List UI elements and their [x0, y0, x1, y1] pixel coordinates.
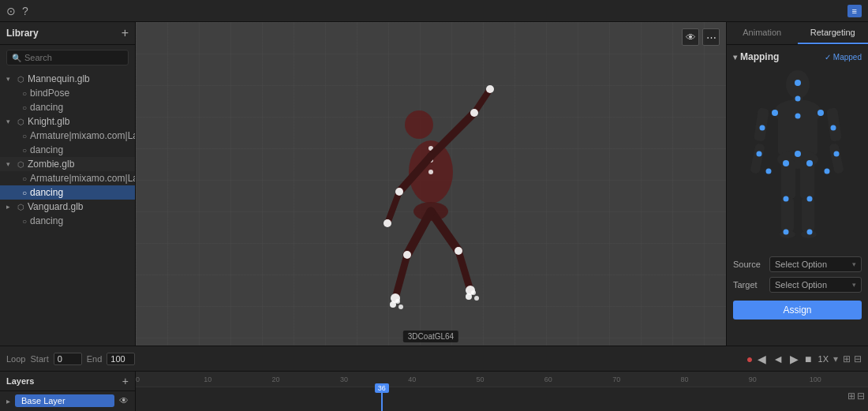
list-item[interactable]: ○ dancing: [0, 214, 135, 228]
tick-90: 90: [749, 376, 757, 383]
svg-point-4: [428, 170, 433, 174]
list-item-active[interactable]: ○ dancing: [0, 185, 135, 200]
svg-point-60: [765, 169, 771, 174]
file-icon: ⬡: [17, 160, 24, 169]
rewind-button[interactable]: ◀: [756, 351, 768, 367]
start-label: Start: [30, 354, 48, 364]
file-icon: ⬡: [17, 75, 24, 84]
svg-point-44: [795, 80, 801, 86]
svg-point-12: [383, 219, 391, 227]
tree-group-knight[interactable]: ▾ ⬡ Knight.glb: [0, 114, 135, 129]
chevron-right-icon: ▸: [6, 203, 14, 211]
target-dropdown[interactable]: Select Option ▾: [769, 277, 862, 293]
source-value: Select Option: [775, 260, 827, 269]
track-settings-icon[interactable]: ⊞: [847, 390, 855, 402]
timeline-icons: ⊞ ⊟: [843, 353, 862, 364]
chevron-down-icon: ▾: [6, 75, 14, 83]
track-add-icon[interactable]: ⊟: [857, 390, 865, 402]
tree-group-mannequin[interactable]: ▾ ⬡ Mannequin.glb: [0, 72, 135, 86]
tick-10: 10: [204, 376, 211, 383]
svg-point-27: [395, 299, 400, 304]
svg-point-26: [390, 301, 396, 308]
record-button[interactable]: ●: [746, 353, 753, 365]
svg-rect-37: [829, 143, 844, 174]
playback-controls: ● ◀ ◄ ▶ ■: [746, 351, 814, 367]
tick-100: 100: [810, 376, 821, 383]
svg-point-61: [824, 169, 829, 174]
viewport-options-button[interactable]: ⋯: [702, 28, 720, 46]
cursor-icon[interactable]: ⊙: [6, 5, 16, 17]
viewport-controls: 👁 ⋯: [682, 28, 720, 46]
speed-dropdown-arrow[interactable]: ▾: [833, 353, 838, 364]
end-value-input[interactable]: [107, 353, 135, 365]
main-layout: Library + 🔍 ▾ ⬡ Mannequin.glb ○ bindPose…: [0, 22, 868, 346]
right-panel: Animation Retargeting ▾ Mapping ✓ Mapped: [726, 22, 868, 346]
anim-icon: ○: [22, 189, 27, 197]
svg-point-8: [486, 85, 494, 93]
list-item[interactable]: ○ bindPose: [0, 86, 135, 100]
target-label: Target: [733, 280, 766, 290]
playhead: 36: [381, 383, 383, 411]
timeline-settings-btn[interactable]: ⊟: [854, 353, 862, 364]
layer-item: ▸ Base Layer 👁: [0, 391, 135, 410]
chevron-down-icon: ▾: [733, 53, 737, 62]
timeline-track[interactable]: ⊞ ⊟: [136, 387, 868, 411]
svg-point-52: [833, 151, 839, 157]
svg-point-17: [455, 247, 462, 255]
tree-group-label: Knight.glb: [28, 116, 69, 127]
sidebar-title: Library: [6, 28, 39, 39]
target-value: Select Option: [775, 280, 827, 290]
source-dropdown[interactable]: Select Option ▾: [769, 256, 862, 272]
assign-button[interactable]: Assign: [733, 301, 862, 319]
list-item[interactable]: ○ dancing: [0, 100, 135, 114]
eye-toggle-button[interactable]: 👁: [682, 28, 699, 46]
search-icon: 🔍: [12, 54, 21, 62]
top-bar: ⊙ ? ≡: [0, 0, 868, 22]
svg-point-1: [405, 110, 433, 139]
layers-sidebar: Layers + ▸ Base Layer 👁: [0, 372, 136, 411]
tree-group-label: Vanguard.glb: [28, 201, 84, 212]
anim-icon: ○: [22, 89, 27, 98]
layer-expand-arrow[interactable]: ▸: [6, 397, 10, 405]
tree-group-zombie[interactable]: ▾ ⬡ Zombie.glb: [0, 157, 135, 171]
list-item[interactable]: ○ dancing: [0, 143, 135, 157]
search-box[interactable]: 🔍: [6, 50, 129, 65]
layers-title: Layers: [6, 376, 34, 386]
top-bar-menu-btn[interactable]: ≡: [847, 5, 862, 17]
svg-point-55: [806, 160, 813, 166]
file-icon: ⬡: [17, 118, 24, 126]
tick-70: 70: [612, 376, 620, 383]
layer-visibility-icon[interactable]: 👁: [119, 395, 129, 406]
svg-point-28: [398, 305, 403, 309]
mapping-label: Mapping: [740, 51, 779, 62]
tab-animation[interactable]: Animation: [727, 22, 798, 44]
svg-point-23: [466, 293, 472, 300]
tree-group-vanguard[interactable]: ▸ ⬡ Vanguard.glb: [0, 200, 135, 214]
keyframe-icon-btn[interactable]: ⊞: [843, 353, 851, 364]
source-row: Source Select Option ▾: [733, 256, 862, 272]
help-icon[interactable]: ?: [22, 5, 28, 17]
play-button[interactable]: ▶: [788, 351, 800, 367]
tick-40: 40: [408, 376, 416, 383]
layer-name[interactable]: Base Layer: [15, 394, 114, 407]
svg-point-59: [806, 230, 812, 235]
panel-body: ▾ Mapping ✓ Mapped: [727, 45, 868, 346]
prev-frame-button[interactable]: ◄: [771, 351, 785, 367]
list-item[interactable]: ○ Armature|mixamo.com|Layer0: [0, 129, 135, 143]
svg-point-45: [795, 96, 800, 102]
search-input[interactable]: [24, 53, 133, 62]
file-icon: ⬡: [17, 203, 24, 211]
anim-icon: ○: [22, 146, 27, 155]
start-value-input[interactable]: [54, 353, 82, 365]
stop-button[interactable]: ■: [803, 351, 813, 367]
panel-tabs: Animation Retargeting: [727, 22, 868, 45]
svg-line-15: [431, 211, 458, 251]
list-item[interactable]: ○ Armature|mixamo.com|Layer0: [0, 171, 135, 185]
library-add-button[interactable]: +: [122, 27, 129, 39]
svg-point-49: [759, 125, 765, 131]
tab-retargeting[interactable]: Retargeting: [798, 22, 869, 44]
layers-add-button[interactable]: +: [122, 375, 129, 387]
chevron-down-icon: ▾: [6, 118, 14, 125]
svg-line-6: [474, 89, 490, 113]
tick-80: 80: [680, 376, 688, 383]
